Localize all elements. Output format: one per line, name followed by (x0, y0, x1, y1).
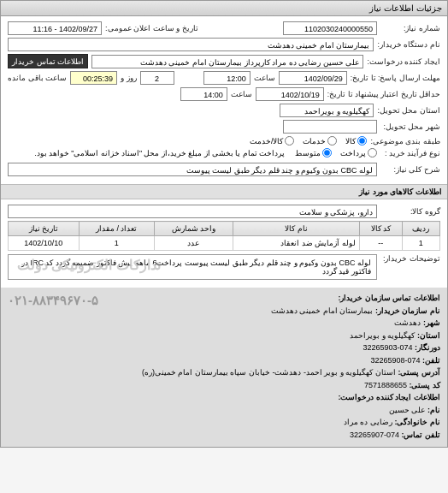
form-area: شماره نیاز: 1102030240000550 تاریخ و ساع… (1, 16, 447, 184)
group-label: طبقه بندی موضوعی: (370, 137, 440, 146)
creator-field: علی حسین رضایی ده مراد کارپرداز بیمارستا… (91, 55, 363, 68)
ccity-lbl: شهر: (423, 318, 440, 327)
addr-val: استان کهگیلویه و بویر احمد- دهدشت- خیابا… (142, 368, 396, 377)
notes-text: لوله CBC بدون وکیوم و چند قلم دیگر طبق ل… (21, 258, 371, 276)
time-remain-lbl: ساعت باقی مانده (8, 74, 67, 82)
radio-kala[interactable]: کالا (345, 136, 367, 146)
pay-note: پرداخت تمام یا بخشی از مبلغ خرید،از محل … (34, 149, 285, 157)
th-name: نام کالا (233, 222, 360, 236)
cell-qty: 1 (79, 236, 154, 251)
name-val: علی حسین (389, 406, 426, 414)
radio-kala-input[interactable] (357, 136, 367, 146)
req-no-field: 1102030240000550 (283, 21, 377, 35)
panel-title: جزئیات اطلاعات نیاز (1, 1, 447, 16)
th-qty: تعداد / مقدار (79, 222, 154, 236)
family-val: رضایی ده مراد (344, 418, 392, 426)
tel-lbl: تلفن: (422, 356, 440, 365)
th-code: کد کالا (359, 222, 402, 236)
cprov-val: کهگیلویه و بویراحمد (350, 331, 415, 340)
table-header-row: ردیف کد کالا نام کالا واحد شمارش تعداد /… (9, 222, 440, 236)
creator-title: اطلاعات ایجاد کننده درخواست: (8, 392, 440, 404)
deadline-label: مهلت ارسال پاسخ: تا تاریخ: (351, 74, 440, 82)
post-lbl: کد پستی: (410, 381, 441, 389)
deadline-time-field: 12:00 (203, 71, 251, 85)
radio-pay2-input[interactable] (322, 148, 332, 157)
province-field: کهگیلویه و بویراحمد (280, 104, 374, 117)
cell-name: لوله آزمایش ضد انعقاد (233, 236, 360, 251)
ccity-val: دهدشت (394, 318, 421, 327)
fax-val: 074-32265903 (363, 343, 412, 352)
validity-time-lbl: ساعت (231, 90, 252, 98)
radio-pay1-input[interactable] (368, 148, 377, 157)
ctel-lbl: تلفن تماس: (402, 431, 441, 439)
buyer-label: نام دستگاه خریدار: (377, 40, 440, 49)
cell-date: 1402/10/10 (9, 236, 80, 251)
deadline-date-field: 1402/09/29 (279, 71, 347, 85)
desc-label: شرح کلی نیاز: (380, 165, 440, 174)
org-lbl: نام سازمان خریدار: (375, 306, 440, 315)
th-date: تاریخ نیاز (9, 222, 80, 236)
th-unit: واحد شمارش (154, 222, 233, 236)
th-row: ردیف (402, 222, 439, 236)
items-section-title: اطلاعات کالاهای مورد نیاز (1, 184, 447, 199)
validity-date-field: 1402/10/19 (256, 87, 324, 101)
creator-label: ایجاد کننده درخواست: (367, 57, 440, 66)
notes-label: توضیحات خریدار: (380, 254, 440, 263)
table-row[interactable]: 1 -- لوله آزمایش ضد انعقاد عدد 1 1402/10… (9, 236, 440, 251)
cell-unit: عدد (154, 236, 233, 251)
phone-watermark: ۰۲۱-۸۸۳۴۹۶۷۰-۵ (8, 291, 98, 311)
city-field (283, 120, 377, 134)
days-lbl: روز و (121, 74, 137, 82)
pay-radio-group: پرداخت متوسط (295, 148, 377, 157)
contact-button[interactable]: اطلاعات تماس خریدار (8, 54, 88, 68)
group-field: دارو، پزشکی و سلامت (8, 205, 377, 218)
tel-val: 074-32265908 (370, 356, 420, 365)
buyer-field: بیمارستان امام خمینی دهدشت (8, 38, 374, 51)
org-val: بیمارستان امام خمینی دهدشت (271, 306, 374, 315)
deadline-time-lbl: ساعت (254, 74, 275, 82)
req-no-label: شماره نیاز: (380, 24, 440, 33)
radio-pay2[interactable]: متوسط (295, 148, 332, 157)
cell-code: -- (359, 236, 402, 251)
group-field-label: گروه کالا: (380, 207, 440, 216)
radio-khadamat-input[interactable] (327, 136, 337, 146)
name-lbl: نام: (427, 406, 440, 414)
time-remain-field: 00:25:39 (70, 71, 117, 85)
pay-label: نوع فرآیند خرید : (380, 149, 440, 157)
radio-both[interactable]: کالا/خدمت (250, 136, 295, 146)
days-remain-field: 2 (140, 71, 174, 85)
items-table: ردیف کد کالا نام کالا واحد شمارش تعداد /… (8, 221, 440, 251)
details-panel: جزئیات اطلاعات نیاز شماره نیاز: 11020302… (0, 0, 448, 448)
cprov-lbl: استان: (417, 331, 440, 340)
pub-date-label: تاریخ و ساعت اعلان عمومی: (105, 24, 198, 33)
validity-label: حداقل تاریخ اعتبار پیشنهاد تا تاریخ: (327, 90, 440, 98)
radio-both-input[interactable] (285, 136, 294, 146)
contact-block: ۰۲۱-۸۸۳۴۹۶۷۰-۵ اطلاعات تماس سازمان خریدا… (1, 288, 447, 447)
radio-khadamat[interactable]: خدمات (303, 136, 337, 146)
post-val: 7571888655 (364, 381, 407, 389)
fax-lbl: دورنگار: (415, 343, 440, 352)
validity-time-field: 14:00 (180, 87, 227, 101)
group-radio-group: کالا خدمات کالا/خدمت (250, 136, 368, 146)
addr-lbl: آدرس پستی: (398, 368, 441, 377)
pub-date-field: 1402/09/27 - 11:16 (8, 21, 102, 35)
city-label: شهر محل تحویل: (380, 122, 440, 131)
family-lbl: نام خانوادگی: (395, 418, 441, 426)
desc-field: لوله CBC بدون وکیوم و چند قلم دیگر طبق ل… (8, 163, 377, 176)
radio-pay1[interactable]: پرداخت (340, 148, 377, 157)
notes-box: لوله CBC بدون وکیوم و چند قلم دیگر طبق ل… (8, 254, 377, 280)
province-label: استان محل تحویل: (377, 106, 440, 115)
ctel-val: 074-32265907 (350, 431, 399, 439)
cell-row: 1 (402, 236, 439, 251)
